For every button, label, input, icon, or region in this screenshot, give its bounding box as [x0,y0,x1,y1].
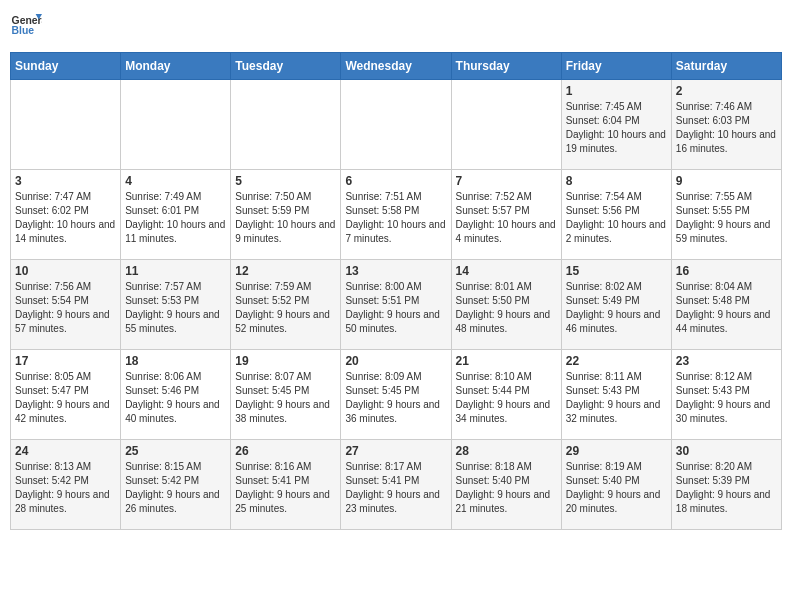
calendar-cell: 2Sunrise: 7:46 AM Sunset: 6:03 PM Daylig… [671,80,781,170]
day-info: Sunrise: 7:47 AM Sunset: 6:02 PM Dayligh… [15,190,116,246]
day-info: Sunrise: 8:15 AM Sunset: 5:42 PM Dayligh… [125,460,226,516]
calendar-cell: 17Sunrise: 8:05 AM Sunset: 5:47 PM Dayli… [11,350,121,440]
day-info: Sunrise: 8:13 AM Sunset: 5:42 PM Dayligh… [15,460,116,516]
calendar-cell [121,80,231,170]
day-info: Sunrise: 8:17 AM Sunset: 5:41 PM Dayligh… [345,460,446,516]
day-number: 28 [456,444,557,458]
calendar-cell: 7Sunrise: 7:52 AM Sunset: 5:57 PM Daylig… [451,170,561,260]
day-number: 12 [235,264,336,278]
day-header-saturday: Saturday [671,53,781,80]
day-number: 7 [456,174,557,188]
day-number: 11 [125,264,226,278]
day-info: Sunrise: 8:12 AM Sunset: 5:43 PM Dayligh… [676,370,777,426]
calendar-cell: 25Sunrise: 8:15 AM Sunset: 5:42 PM Dayli… [121,440,231,530]
day-info: Sunrise: 8:18 AM Sunset: 5:40 PM Dayligh… [456,460,557,516]
calendar-cell: 27Sunrise: 8:17 AM Sunset: 5:41 PM Dayli… [341,440,451,530]
logo: General Blue [10,10,42,42]
day-header-friday: Friday [561,53,671,80]
day-header-tuesday: Tuesday [231,53,341,80]
day-info: Sunrise: 8:05 AM Sunset: 5:47 PM Dayligh… [15,370,116,426]
day-info: Sunrise: 8:06 AM Sunset: 5:46 PM Dayligh… [125,370,226,426]
calendar-cell: 14Sunrise: 8:01 AM Sunset: 5:50 PM Dayli… [451,260,561,350]
calendar-cell: 8Sunrise: 7:54 AM Sunset: 5:56 PM Daylig… [561,170,671,260]
calendar-cell: 9Sunrise: 7:55 AM Sunset: 5:55 PM Daylig… [671,170,781,260]
day-header-monday: Monday [121,53,231,80]
day-info: Sunrise: 8:02 AM Sunset: 5:49 PM Dayligh… [566,280,667,336]
day-info: Sunrise: 7:59 AM Sunset: 5:52 PM Dayligh… [235,280,336,336]
calendar-cell: 4Sunrise: 7:49 AM Sunset: 6:01 PM Daylig… [121,170,231,260]
calendar-cell: 29Sunrise: 8:19 AM Sunset: 5:40 PM Dayli… [561,440,671,530]
week-row-1: 3Sunrise: 7:47 AM Sunset: 6:02 PM Daylig… [11,170,782,260]
calendar-cell: 11Sunrise: 7:57 AM Sunset: 5:53 PM Dayli… [121,260,231,350]
calendar-cell: 28Sunrise: 8:18 AM Sunset: 5:40 PM Dayli… [451,440,561,530]
header: General Blue [10,10,782,42]
svg-text:Blue: Blue [12,25,35,36]
day-info: Sunrise: 8:01 AM Sunset: 5:50 PM Dayligh… [456,280,557,336]
logo-icon: General Blue [10,10,42,42]
day-info: Sunrise: 8:20 AM Sunset: 5:39 PM Dayligh… [676,460,777,516]
day-number: 9 [676,174,777,188]
day-number: 29 [566,444,667,458]
day-info: Sunrise: 8:11 AM Sunset: 5:43 PM Dayligh… [566,370,667,426]
calendar-cell: 10Sunrise: 7:56 AM Sunset: 5:54 PM Dayli… [11,260,121,350]
day-info: Sunrise: 8:07 AM Sunset: 5:45 PM Dayligh… [235,370,336,426]
day-number: 3 [15,174,116,188]
day-number: 14 [456,264,557,278]
day-number: 19 [235,354,336,368]
day-number: 22 [566,354,667,368]
calendar-cell: 21Sunrise: 8:10 AM Sunset: 5:44 PM Dayli… [451,350,561,440]
week-row-0: 1Sunrise: 7:45 AM Sunset: 6:04 PM Daylig… [11,80,782,170]
day-number: 24 [15,444,116,458]
day-number: 26 [235,444,336,458]
calendar-cell [451,80,561,170]
calendar-cell [341,80,451,170]
day-number: 16 [676,264,777,278]
week-row-2: 10Sunrise: 7:56 AM Sunset: 5:54 PM Dayli… [11,260,782,350]
day-number: 30 [676,444,777,458]
day-number: 4 [125,174,226,188]
day-header-wednesday: Wednesday [341,53,451,80]
calendar-cell: 1Sunrise: 7:45 AM Sunset: 6:04 PM Daylig… [561,80,671,170]
day-info: Sunrise: 7:52 AM Sunset: 5:57 PM Dayligh… [456,190,557,246]
day-info: Sunrise: 7:54 AM Sunset: 5:56 PM Dayligh… [566,190,667,246]
calendar-cell: 18Sunrise: 8:06 AM Sunset: 5:46 PM Dayli… [121,350,231,440]
day-number: 17 [15,354,116,368]
day-number: 6 [345,174,446,188]
day-info: Sunrise: 8:10 AM Sunset: 5:44 PM Dayligh… [456,370,557,426]
week-row-4: 24Sunrise: 8:13 AM Sunset: 5:42 PM Dayli… [11,440,782,530]
calendar-cell: 3Sunrise: 7:47 AM Sunset: 6:02 PM Daylig… [11,170,121,260]
day-info: Sunrise: 8:16 AM Sunset: 5:41 PM Dayligh… [235,460,336,516]
day-header-sunday: Sunday [11,53,121,80]
day-info: Sunrise: 8:09 AM Sunset: 5:45 PM Dayligh… [345,370,446,426]
calendar-cell: 24Sunrise: 8:13 AM Sunset: 5:42 PM Dayli… [11,440,121,530]
day-info: Sunrise: 7:55 AM Sunset: 5:55 PM Dayligh… [676,190,777,246]
calendar-cell: 16Sunrise: 8:04 AM Sunset: 5:48 PM Dayli… [671,260,781,350]
day-info: Sunrise: 7:51 AM Sunset: 5:58 PM Dayligh… [345,190,446,246]
day-number: 20 [345,354,446,368]
day-header-thursday: Thursday [451,53,561,80]
day-number: 10 [15,264,116,278]
day-number: 8 [566,174,667,188]
day-number: 25 [125,444,226,458]
week-row-3: 17Sunrise: 8:05 AM Sunset: 5:47 PM Dayli… [11,350,782,440]
day-info: Sunrise: 7:50 AM Sunset: 5:59 PM Dayligh… [235,190,336,246]
calendar-cell: 19Sunrise: 8:07 AM Sunset: 5:45 PM Dayli… [231,350,341,440]
day-info: Sunrise: 8:04 AM Sunset: 5:48 PM Dayligh… [676,280,777,336]
day-number: 18 [125,354,226,368]
calendar-cell: 15Sunrise: 8:02 AM Sunset: 5:49 PM Dayli… [561,260,671,350]
calendar-cell: 5Sunrise: 7:50 AM Sunset: 5:59 PM Daylig… [231,170,341,260]
calendar-cell [11,80,121,170]
calendar-cell: 12Sunrise: 7:59 AM Sunset: 5:52 PM Dayli… [231,260,341,350]
day-number: 13 [345,264,446,278]
day-number: 2 [676,84,777,98]
calendar-cell: 22Sunrise: 8:11 AM Sunset: 5:43 PM Dayli… [561,350,671,440]
day-number: 21 [456,354,557,368]
calendar-cell: 26Sunrise: 8:16 AM Sunset: 5:41 PM Dayli… [231,440,341,530]
day-info: Sunrise: 8:00 AM Sunset: 5:51 PM Dayligh… [345,280,446,336]
day-info: Sunrise: 7:49 AM Sunset: 6:01 PM Dayligh… [125,190,226,246]
calendar-cell: 13Sunrise: 8:00 AM Sunset: 5:51 PM Dayli… [341,260,451,350]
day-number: 1 [566,84,667,98]
day-info: Sunrise: 7:45 AM Sunset: 6:04 PM Dayligh… [566,100,667,156]
day-number: 15 [566,264,667,278]
calendar-cell: 6Sunrise: 7:51 AM Sunset: 5:58 PM Daylig… [341,170,451,260]
